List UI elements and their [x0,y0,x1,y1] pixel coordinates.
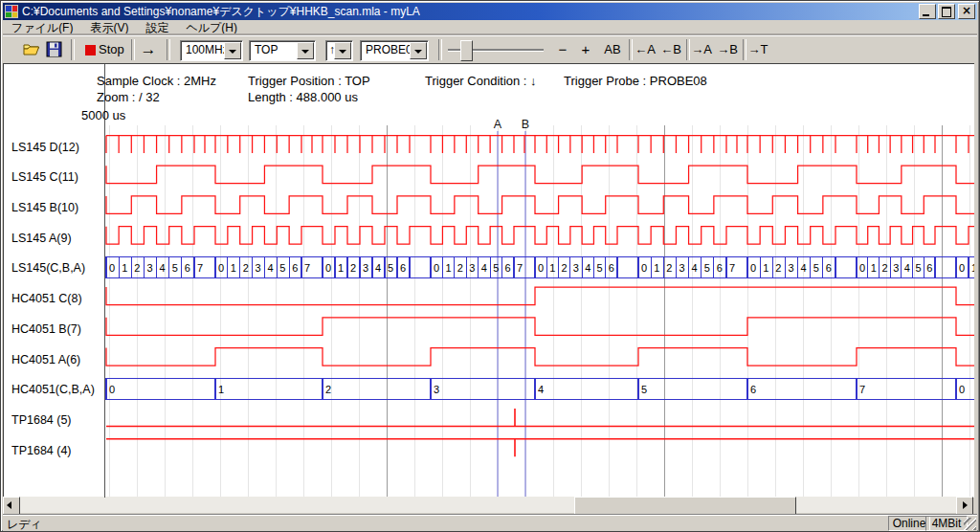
zoom-slider-thumb[interactable] [460,40,473,61]
channel-label: LS145 D(12) [11,141,79,154]
move-a-left-button[interactable]: ←A [635,40,656,59]
goto-trigger-button[interactable]: →T [747,40,768,59]
bus-cell [535,379,638,400]
bus-cell [857,379,956,400]
bus-value: 7 [304,262,310,274]
bus-value: 3 [893,262,899,274]
waveform-trace [106,166,974,184]
info-trigger-probe: Trigger Probe : PROBE08 [564,74,707,88]
bus-value: 2 [325,384,331,395]
waveform-trace [106,348,974,366]
open-file-button[interactable] [23,41,40,58]
trigger-position-value: TOP [255,43,278,56]
bus-value: 7 [729,262,735,274]
bus-value: 1 [218,384,224,395]
minimize-button[interactable] [919,4,936,19]
menu-file[interactable]: ファイル(F) [3,20,81,35]
channel-label: LS145(C,B,A) [11,261,85,275]
bus-value: 4 [267,262,273,274]
waveform-plot[interactable]: LS145 D(12)LS145 C(11)LS145 B(10)LS145 A… [4,64,974,498]
move-b-right-button[interactable]: →B [717,40,738,59]
bus-value: 0 [109,262,115,274]
bus-value: 5 [279,262,285,274]
channel-label: LS145 C(11) [11,170,78,184]
bus-value: 2 [457,262,463,274]
chevron-down-icon[interactable] [224,42,241,59]
status-ready-text: レディ [7,517,42,532]
status-bar: レディ Online 4MBit [3,514,977,531]
bus-value: 3 [363,262,368,274]
menu-view[interactable]: 表示(V) [81,20,137,35]
channel-label: HC4051 B(7) [11,322,81,336]
info-length: Length : 488.000 us [248,90,358,104]
bus-value: 1 [445,262,451,274]
minimize-icon [923,14,929,16]
channel-label: TP1684 (4) [11,444,72,457]
channel-row: HC4051 A(6) [11,348,974,366]
channel-row: LS145(C,B,A)0123456701234567012345601234… [11,257,974,278]
app-icon [5,5,18,18]
bus-value: 6 [185,262,190,274]
bus-value: 4 [481,262,487,274]
save-button[interactable] [46,41,63,58]
bus-value: 3 [256,262,261,274]
resize-grip[interactable] [964,518,976,530]
bus-value: 7 [859,384,865,395]
menu-help[interactable]: ヘルプ(H) [177,20,246,35]
bus-value: 0 [325,262,331,274]
waveform-trace [106,196,974,214]
bus-value: 3 [469,262,475,274]
info-sample-clock: Sample Clock : 2MHz [97,74,216,88]
zoom-out-button[interactable]: − [554,40,571,59]
menu-settings[interactable]: 設定 [137,20,177,35]
horizontal-scrollbar[interactable] [3,497,973,513]
bus-value: 7 [197,262,203,274]
channel-label: LS145 B(10) [11,201,78,214]
run-button[interactable]: → [137,40,160,59]
bus-value: 4 [585,262,590,274]
bus-value: 2 [134,262,140,274]
trigger-edge-combo[interactable]: ↑ [325,40,353,61]
channel-row: HC4051 C(8) [11,287,974,305]
bus-cell [617,257,638,278]
waveform-client-area: Sample Clock : 2MHz Trigger Position : T… [3,63,974,498]
chevron-down-icon[interactable] [334,42,351,59]
move-b-left-button[interactable]: ←B [660,40,681,59]
trigger-probe-combo[interactable]: PROBE00 [360,40,429,61]
time-scale-label: 5000 us [81,108,125,122]
bus-cell [835,257,857,278]
waveform-trace [106,409,974,427]
title-bar[interactable]: C:¥Documents and Settings¥noname¥デスクトップ¥… [3,3,977,20]
scrollbar-thumb[interactable] [574,497,796,515]
bus-value: 4 [801,262,807,274]
stop-button[interactable]: Stop [99,40,129,59]
bus-cell [431,379,535,400]
close-button[interactable]: × [958,4,975,19]
bus-value: 4 [904,262,910,274]
move-a-right-button[interactable]: →A [691,40,712,59]
trigger-position-combo[interactable]: TOP [249,40,316,61]
scroll-right-button[interactable] [956,497,973,515]
maximize-button[interactable] [938,4,955,19]
toolbar-separator [71,39,75,60]
bus-cell [215,379,323,400]
bus-value: 0 [959,384,965,395]
status-online-badge: Online [888,516,930,531]
scroll-left-button[interactable] [3,497,20,515]
bus-value: 1 [871,262,877,274]
bus-value: 5 [388,262,393,274]
sample-rate-combo[interactable]: 100MHz [180,40,243,61]
bus-value: 4 [692,262,698,274]
bus-value: 3 [434,384,439,395]
chevron-down-icon[interactable] [297,42,314,59]
channel-label: HC4051 C(8) [11,292,82,305]
bus-value: 7 [517,262,523,274]
bus-value: 1 [338,262,344,274]
bus-value: 0 [750,262,756,274]
bus-value: 5 [493,262,499,274]
arrow-left-icon [7,501,11,509]
zoom-in-button[interactable]: + [577,40,594,59]
zoom-ab-button[interactable]: AB [601,40,624,59]
chevron-down-icon[interactable] [410,42,427,59]
bus-value: 4 [160,262,166,274]
